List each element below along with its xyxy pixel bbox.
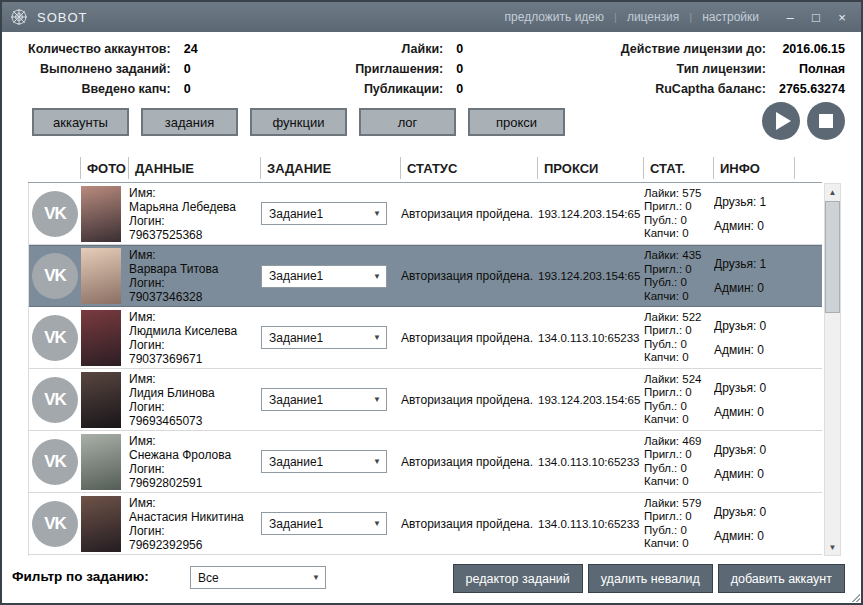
stat-label: Приглашения: [355,62,443,76]
titlebar: SOBOT предложить идею | лицензия | настр… [2,2,861,32]
tab-proxy[interactable]: прокси [468,108,565,136]
stat-label: Выполнено заданий: [28,62,171,76]
task-dropdown[interactable]: Задание1 ▼ [261,512,387,535]
login-label: Логин: [129,338,261,352]
profile-photo [81,372,121,428]
tab-bar: аккаунты задания функции лог прокси [32,108,565,136]
vk-logo-icon: VK [32,191,78,237]
task-dropdown[interactable]: Задание1 ▼ [261,202,387,225]
admin-count: 0 [757,405,764,419]
invites-count: 0 [685,510,691,522]
pubs-count: 0 [681,338,687,350]
add-account-button[interactable]: добавить аккаунт [718,564,845,593]
task-editor-button[interactable]: редактор заданий [453,564,583,593]
filter-label: Фильтр по заданию: [12,569,149,584]
table-row[interactable]: VK Имя: Анастасия Никитина Логин: 796923… [29,493,822,555]
start-button[interactable] [762,102,800,140]
tab-log[interactable]: лог [359,108,456,136]
table-row[interactable]: VK Имя: Снежана Фролова Логин: 796928025… [29,431,822,493]
task-dropdown[interactable]: Задание1 ▼ [261,326,387,349]
close-button[interactable]: × [829,5,855,29]
scrollbar-thumb[interactable] [825,201,840,313]
scroll-down-button[interactable]: ▼ [825,539,840,555]
chevron-down-icon: ▼ [373,209,381,218]
header-status: СТАТУС [400,157,537,179]
task-dropdown[interactable]: Задание1 ▼ [261,450,387,473]
table-row[interactable]: VK Имя: Лидия Блинова Логин: 79693465073… [29,369,822,431]
admin-count: 0 [757,219,764,233]
admin-count: 0 [757,281,764,295]
table-row[interactable]: VK Имя: Варвара Титова Логин: 7903734632… [29,245,822,307]
stats-panel: Количество аккаунтов: 24 Выполнено задан… [2,32,861,108]
likes-count: 522 [682,311,701,323]
pubs-count: 0 [681,214,687,226]
account-login: 79693465073 [129,414,261,428]
account-data-cell: Имя: Снежана Фролова Логин: 79692802591 [129,434,261,490]
profile-photo [81,248,121,304]
profile-photo [81,434,121,490]
friends-count: 0 [760,505,767,519]
tab-functions[interactable]: функции [250,108,347,136]
table-row[interactable]: VK Имя: Людмила Киселева Логин: 79037369… [29,307,822,369]
header-task: ЗАДАНИЕ [260,157,400,179]
resize-grip[interactable] [851,593,860,602]
filter-value: Все [198,571,219,585]
account-table-body: VK Имя: Марьяна Лебедева Логин: 79637525… [28,183,822,556]
pubs-count: 0 [681,400,687,412]
filter-dropdown[interactable]: Все ▼ [190,566,326,589]
chevron-down-icon: ▼ [373,272,381,281]
likes-count: 435 [682,249,701,261]
vk-logo-icon: VK [32,377,78,423]
maximize-button[interactable]: □ [803,5,829,29]
chevron-down-icon: ▼ [373,333,381,342]
stat-cell: Лайки: 524 Пригл.: 0 Публ.: 0 Капчи: 0 [644,373,714,427]
minimize-button[interactable]: – [777,5,803,29]
stop-button[interactable] [807,102,845,140]
stat-label: Введено капч: [28,82,171,96]
account-data-cell: Имя: Варвара Титова Логин: 79037346328 [129,248,261,304]
vk-logo-icon: VK [32,315,78,361]
profile-photo [81,496,121,552]
stat-cell: Лайки: 579 Пригл.: 0 Публ.: 0 Капчи: 0 [644,497,714,551]
invites-count: 0 [685,448,691,460]
remove-invalid-button[interactable]: удалить невалид [588,564,713,593]
task-dropdown[interactable]: Задание1 ▼ [261,265,387,288]
menu-settings[interactable]: настройки [692,10,769,24]
account-name: Лидия Блинова [129,386,261,400]
status-text: Авторизация пройдена. [401,517,538,531]
status-text: Авторизация пройдена. [401,207,538,221]
proxy-text: 134.0.113.10:65233 [538,332,644,344]
account-data-cell: Имя: Марьяна Лебедева Логин: 79637525368 [129,186,261,242]
profile-photo [81,310,121,366]
stat-value: 0 [456,62,463,76]
friends-count: 0 [760,381,767,395]
menu-suggest-idea[interactable]: предложить идею [495,10,614,24]
vertical-scrollbar[interactable]: ▲ ▼ [824,183,841,556]
tab-accounts[interactable]: аккаунты [32,108,129,136]
spider-web-logo-icon [9,7,29,27]
captchas-count: 0 [682,351,688,363]
stat-cell: Лайки: 575 Пригл.: 0 Публ.: 0 Капчи: 0 [644,187,714,241]
stat-cell: Лайки: 522 Пригл.: 0 Публ.: 0 Капчи: 0 [644,311,714,365]
stat-value: 0 [184,82,198,96]
account-name: Марьяна Лебедева [129,200,261,214]
footer-bar: Фильтр по заданию: Все ▼ редактор задани… [2,557,861,603]
menu-license[interactable]: лицензия [617,10,689,24]
name-label: Имя: [129,186,261,200]
proxy-text: 193.124.203.154:65 [538,270,644,282]
friends-count: 1 [760,257,767,271]
account-name: Анастасия Никитина [129,510,261,524]
likes-count: 575 [682,187,701,199]
account-login: 79637525368 [129,228,261,242]
invites-count: 0 [685,386,691,398]
status-text: Авторизация пройдена. [401,269,538,283]
task-value: Задание1 [269,331,323,345]
tab-tasks[interactable]: задания [141,108,238,136]
account-name: Людмила Киселева [129,324,261,338]
table-row[interactable]: VK Имя: Марьяна Лебедева Логин: 79637525… [29,183,822,245]
likes-count: 524 [682,373,701,385]
scroll-up-button[interactable]: ▲ [825,184,840,200]
pubs-count: 0 [681,276,687,288]
task-dropdown[interactable]: Задание1 ▼ [261,388,387,411]
account-name: Снежана Фролова [129,448,261,462]
